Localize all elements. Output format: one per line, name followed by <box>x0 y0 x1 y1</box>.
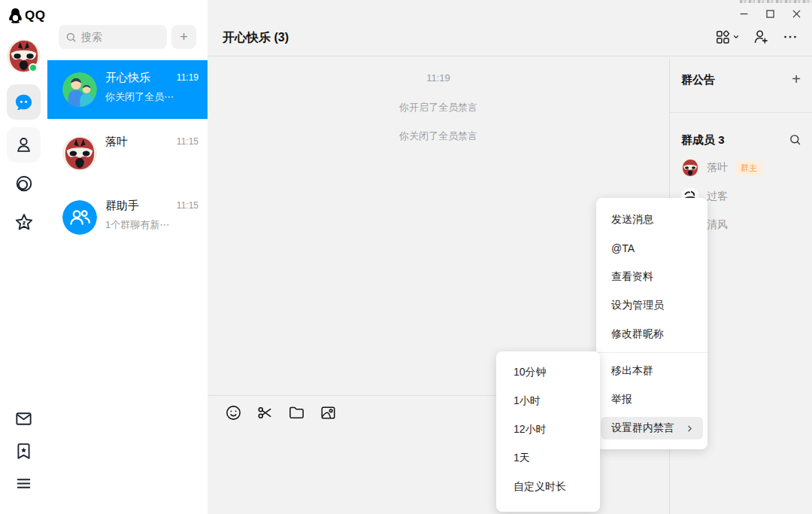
chat-name: 落叶 <box>105 135 128 149</box>
nav-messages-button[interactable] <box>7 84 41 120</box>
mail-icon <box>14 409 33 428</box>
chat-item-group-assistant[interactable]: 群助手 11:15 1个群聊有新⋯ <box>47 188 208 247</box>
member-row[interactable]: 落叶 群主 <box>681 154 809 182</box>
menu-item-view-profile[interactable]: 查看资料 <box>596 263 707 291</box>
chat-time: 11:15 <box>177 136 198 147</box>
nav-menu-button[interactable] <box>7 468 41 498</box>
menu-item-set-admin[interactable]: 设为管理员 <box>596 291 707 320</box>
group-assistant-avatar <box>62 200 97 235</box>
emoji-icon <box>225 404 242 421</box>
bookmark-star-icon <box>14 442 33 461</box>
chat-bubble-icon <box>14 93 34 112</box>
minimize-button[interactable] <box>736 6 752 22</box>
chat-list-panel: + 开心快乐 11:19 你关闭了全员⋯ 落叶 11:15 群助手 <box>47 0 208 514</box>
menu-item-report[interactable]: 举报 <box>596 385 707 414</box>
grid-apps-icon <box>715 29 731 45</box>
folder-icon <box>288 404 305 421</box>
submenu-item-1hour[interactable]: 1小时 <box>496 387 600 415</box>
add-announcement-button[interactable]: + <box>792 71 801 88</box>
chat-preview: 1个群聊有新⋯ <box>105 218 199 232</box>
chevron-right-icon <box>686 424 694 433</box>
screenshot-button[interactable] <box>256 404 274 421</box>
invite-member-button[interactable] <box>753 29 769 45</box>
announcement-section: 群公告 + <box>670 57 812 113</box>
online-status-dot <box>29 63 38 72</box>
file-button[interactable] <box>288 404 305 421</box>
announcement-title: 群公告 <box>681 73 715 87</box>
nav-contacts-button[interactable] <box>7 127 41 163</box>
chat-time: 11:19 <box>177 72 198 83</box>
submenu-item-1day[interactable]: 1天 <box>496 444 600 473</box>
chat-title: 开心快乐 (3) <box>223 30 289 46</box>
mute-duration-submenu: 10分钟 1小时 12小时 1天 自定义时长 <box>496 351 600 512</box>
top-bar: 开心快乐 (3) <box>208 0 812 56</box>
menu-item-send-message[interactable]: 发送消息 <box>596 205 707 234</box>
emoji-button[interactable] <box>225 404 242 421</box>
star-icon <box>14 212 35 233</box>
nav-star-button[interactable] <box>7 208 41 238</box>
maximize-button[interactable] <box>762 6 778 22</box>
menu-item-label: 设置群内禁言 <box>611 421 674 435</box>
menu-item-at-ta[interactable]: @TA <box>596 234 707 263</box>
mask-avatar <box>62 136 97 171</box>
close-button[interactable] <box>789 6 804 22</box>
owner-badge: 群主 <box>735 161 762 175</box>
plus-icon: + <box>180 29 188 45</box>
chat-item-luoye[interactable]: 落叶 11:15 <box>47 124 208 183</box>
member-name: 落叶 <box>707 161 728 175</box>
left-rail: QQ <box>0 0 47 514</box>
submenu-item-custom[interactable]: 自定义时长 <box>496 473 600 501</box>
qq-window: QQ <box>0 0 812 514</box>
menu-item-set-mute[interactable]: 设置群内禁言 <box>601 417 703 439</box>
chat-preview: 你关闭了全员⋯ <box>105 90 199 104</box>
submenu-item-10min[interactable]: 10分钟 <box>496 358 600 387</box>
image-icon <box>320 404 337 421</box>
member-name: 过客 <box>707 190 728 203</box>
chat-time: 11:15 <box>177 200 198 211</box>
hamburger-menu-icon <box>14 474 33 493</box>
system-message: 你开启了全员禁言 <box>208 101 669 114</box>
chat-name: 群助手 <box>105 199 139 213</box>
submenu-item-12hours[interactable]: 12小时 <box>496 415 600 444</box>
person-add-icon <box>753 29 769 45</box>
scissors-icon <box>256 404 274 421</box>
chat-item-group[interactable]: 开心快乐 11:19 你关闭了全员⋯ <box>47 60 208 119</box>
menu-divider <box>596 352 707 353</box>
group-avatar <box>62 72 97 107</box>
member-name: 清风 <box>707 218 728 232</box>
search-icon <box>65 32 77 43</box>
more-dots-icon <box>782 29 798 45</box>
member-avatar <box>681 159 699 177</box>
member-context-menu: 发送消息 @TA 查看资料 设为管理员 修改群昵称 移出本群 举报 设置群内禁言 <box>596 198 707 449</box>
contacts-icon <box>14 135 33 154</box>
qq-logo-text: QQ <box>25 8 45 23</box>
nav-mail-button[interactable] <box>7 403 41 433</box>
member-search-button[interactable] <box>789 133 801 146</box>
time-divider: 11:19 <box>208 72 669 84</box>
group-apps-button[interactable] <box>715 29 740 45</box>
more-button[interactable] <box>782 29 798 45</box>
add-chat-button[interactable]: + <box>171 25 196 49</box>
screenshot-artifact <box>740 0 812 3</box>
nav-qzone-button[interactable] <box>7 169 41 199</box>
menu-item-remove-from-group[interactable]: 移出本群 <box>596 357 707 385</box>
members-title: 群成员 3 <box>681 133 725 148</box>
menu-item-edit-nickname[interactable]: 修改群昵称 <box>596 320 707 348</box>
chevron-down-icon <box>732 33 740 41</box>
image-button[interactable] <box>320 404 337 421</box>
search-box[interactable] <box>59 25 167 49</box>
search-input[interactable] <box>81 31 160 43</box>
qzone-circles-icon <box>14 174 34 193</box>
qq-logo: QQ <box>8 8 45 23</box>
nav-favorites-button[interactable] <box>7 436 41 466</box>
system-message: 你关闭了全员禁言 <box>208 129 669 143</box>
search-icon <box>789 133 801 146</box>
qq-penguin-icon <box>8 8 23 23</box>
chat-name: 开心快乐 <box>105 71 150 85</box>
